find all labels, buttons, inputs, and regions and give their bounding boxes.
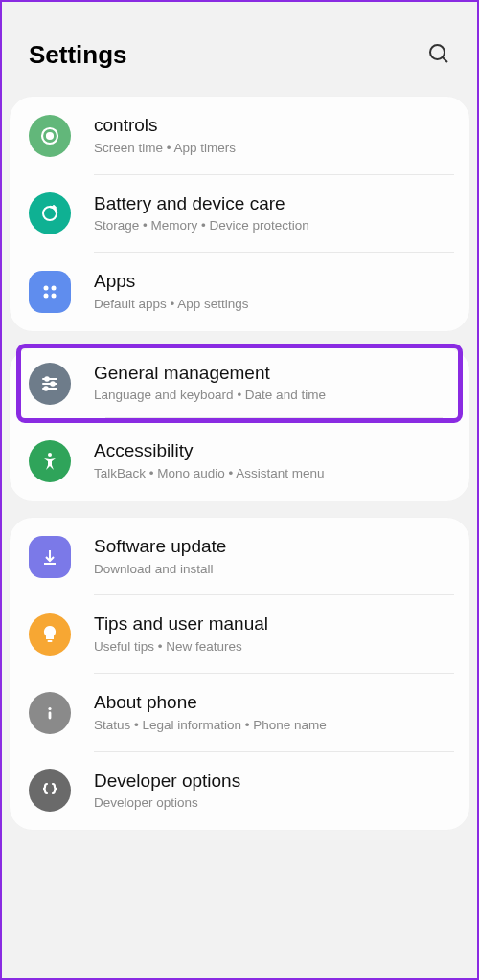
settings-row-developer-options[interactable]: Developer options Developer options	[10, 752, 469, 831]
row-title: Accessibility	[94, 439, 454, 463]
sliders-icon	[29, 363, 71, 405]
row-subtitle: TalkBack • Mono audio • Assistant menu	[94, 465, 454, 483]
svg-point-14	[44, 387, 48, 390]
settings-row-apps[interactable]: Apps Default apps • App settings	[10, 253, 469, 331]
apps-icon	[29, 271, 71, 313]
battery-care-icon	[29, 192, 71, 234]
svg-point-12	[51, 382, 55, 386]
row-subtitle: Status • Legal information • Phone name	[94, 717, 454, 735]
svg-rect-18	[49, 711, 52, 719]
svg-line-1	[443, 57, 447, 62]
row-title: Tips and user manual	[94, 612, 454, 636]
settings-group-system: Software update Download and install Tip…	[10, 518, 469, 830]
search-button[interactable]	[427, 42, 450, 69]
settings-group-management: General management Language and keyboard…	[10, 348, 469, 501]
svg-point-8	[52, 293, 57, 298]
settings-group-wellbeing: controls Screen time • App timers Batter…	[10, 97, 469, 331]
row-subtitle: Storage • Memory • Device protection	[94, 217, 454, 235]
settings-row-software-update[interactable]: Software update Download and install	[10, 518, 469, 596]
settings-row-battery[interactable]: Battery and device care Storage • Memory…	[10, 175, 469, 254]
row-title: About phone	[94, 691, 454, 715]
svg-point-7	[44, 293, 49, 298]
row-subtitle: Developer options	[94, 794, 454, 813]
braces-icon	[29, 769, 71, 812]
settings-row-general-management[interactable]: General management Language and keyboard…	[21, 348, 458, 419]
row-subtitle: Screen time • App timers	[94, 140, 454, 158]
settings-row-tips[interactable]: Tips and user manual Useful tips • New f…	[10, 595, 469, 674]
svg-point-0	[430, 45, 445, 59]
download-icon	[29, 536, 71, 578]
lightbulb-icon	[29, 613, 71, 656]
row-title: Apps	[94, 270, 454, 294]
svg-point-10	[45, 377, 49, 381]
accessibility-icon	[29, 440, 71, 482]
settings-row-controls[interactable]: controls Screen time • App timers	[10, 97, 469, 175]
wellbeing-icon	[29, 115, 71, 157]
settings-row-accessibility[interactable]: Accessibility TalkBack • Mono audio • As…	[10, 422, 469, 501]
svg-point-3	[47, 133, 53, 139]
row-subtitle: Useful tips • New features	[94, 638, 454, 657]
row-subtitle: Default apps • App settings	[94, 296, 454, 314]
row-title: General management	[94, 362, 450, 386]
info-icon	[29, 692, 71, 734]
svg-point-5	[44, 285, 49, 290]
row-subtitle: Download and install	[94, 561, 454, 579]
svg-point-15	[48, 453, 52, 457]
row-title: controls	[94, 114, 454, 138]
row-title: Software update	[94, 535, 454, 559]
row-title: Battery and device care	[94, 192, 454, 216]
settings-row-about-phone[interactable]: About phone Status • Legal information •…	[10, 674, 469, 752]
svg-point-17	[48, 707, 51, 710]
row-subtitle: Language and keyboard • Date and time	[94, 387, 450, 405]
svg-rect-16	[48, 640, 53, 642]
search-icon	[427, 42, 450, 65]
page-title: Settings	[29, 40, 127, 70]
header: Settings	[2, 2, 477, 97]
svg-point-6	[52, 285, 57, 290]
row-title: Developer options	[94, 769, 454, 793]
